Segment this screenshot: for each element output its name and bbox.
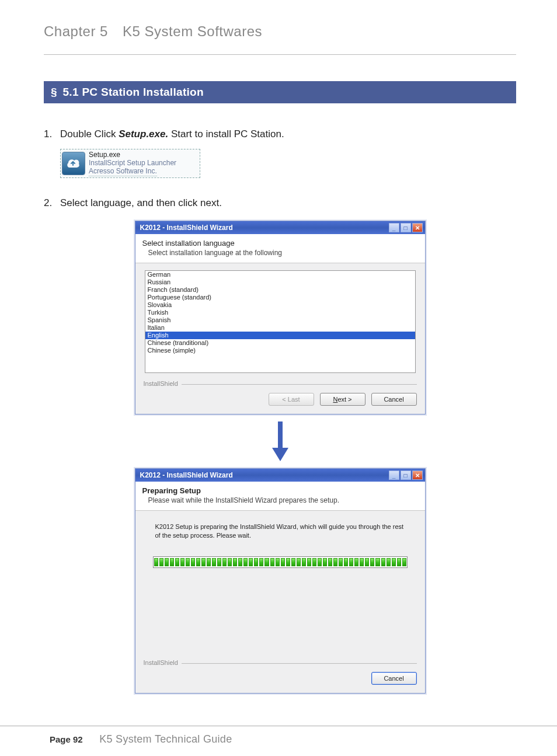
progress-segment: [323, 558, 327, 566]
dialog1-head: Select installation language Select inst…: [135, 234, 425, 263]
progress-segment: [286, 558, 290, 566]
progress-segment: [233, 558, 237, 566]
progress-segment: [238, 558, 242, 566]
progress-segment: [402, 558, 406, 566]
page-footer: Page 92 K5 System Technical Guide: [0, 726, 557, 756]
dialog1-heading: Select installation language: [142, 239, 418, 248]
progress-segment: [186, 558, 190, 566]
progress-segment: [375, 558, 380, 566]
language-option[interactable]: Turkish: [145, 309, 415, 316]
language-option[interactable]: German: [145, 271, 415, 278]
progress-segment: [207, 558, 211, 566]
section-banner: § 5.1 PC Station Installation: [44, 81, 516, 103]
chapter-header: Chapter 5 K5 System Softwares: [44, 23, 516, 40]
arrow-down-icon: [270, 421, 291, 462]
progress-segment: [312, 558, 316, 566]
step-1-text-pre: Double Click: [60, 128, 119, 140]
dialog1-titlebar[interactable]: K2012 - InstallShield Wizard _ □ ✕: [135, 221, 425, 234]
step-1: Double Click Setup.exe. Start to install…: [60, 127, 516, 178]
cancel-button[interactable]: Cancel: [371, 672, 417, 685]
progress-segment: [397, 558, 401, 566]
progress-segment: [302, 558, 306, 566]
cancel-button[interactable]: Cancel: [371, 393, 417, 406]
progress-segment: [387, 558, 391, 566]
step-1-text-post: Start to install PC Station.: [168, 128, 284, 140]
progress-segment: [196, 558, 200, 566]
language-option[interactable]: Chinese (tranditional): [145, 339, 415, 347]
maximize-button[interactable]: □: [401, 471, 411, 480]
step-2-text: Select language, and then click next.: [60, 197, 222, 208]
progress-segment: [392, 558, 396, 566]
preparing-dialog: K2012 - InstallShield Wizard _ □ ✕ Prepa…: [135, 468, 426, 694]
brand-label: InstallShield: [144, 380, 178, 387]
dialog1-brand: InstallShield: [144, 380, 417, 387]
dialog1-title: K2012 - InstallShield Wizard: [140, 224, 389, 232]
section-number: 5.1: [62, 86, 78, 98]
progress-bar: [153, 556, 408, 568]
language-option[interactable]: Italian: [145, 324, 415, 332]
header-rule: [44, 54, 516, 55]
progress-segment: [259, 558, 263, 566]
progress-segment: [344, 558, 348, 566]
progress-segment: [159, 558, 163, 566]
dialog2-titlebar[interactable]: K2012 - InstallShield Wizard _ □ ✕: [135, 469, 425, 482]
next-button[interactable]: Next >: [320, 393, 365, 406]
last-button: < Last: [269, 393, 314, 406]
step-2: Select language, and then click next.: [60, 196, 516, 211]
progress-segment: [381, 558, 385, 566]
progress-segment: [175, 558, 179, 566]
close-button[interactable]: ✕: [412, 223, 423, 232]
language-option[interactable]: Franch (standard): [145, 286, 415, 294]
language-option[interactable]: Slovakia: [145, 301, 415, 309]
language-option[interactable]: Portuguese (standard): [145, 294, 415, 301]
progress-segment: [212, 558, 216, 566]
setup-file-desc: InstallScript Setup Launcher: [89, 159, 176, 167]
page-number: Page 92: [50, 734, 83, 744]
maximize-button[interactable]: □: [401, 223, 411, 232]
chapter-title: K5 System Softwares: [123, 23, 262, 39]
dialog2-brand: InstallShield: [144, 659, 417, 666]
progress-segment: [328, 558, 332, 566]
language-option[interactable]: Spanish: [145, 316, 415, 324]
guide-title: K5 System Technical Guide: [99, 733, 232, 745]
progress-segment: [333, 558, 337, 566]
dialog2-title: K2012 - InstallShield Wizard: [140, 471, 389, 479]
minimize-button[interactable]: _: [389, 471, 399, 480]
progress-segment: [249, 558, 253, 566]
progress-segment: [180, 558, 184, 566]
progress-segment: [318, 558, 322, 566]
setup-file-text: Setup.exe InstallScript Setup Launcher A…: [89, 151, 176, 176]
brand-label: InstallShield: [144, 659, 178, 666]
progress-segment: [254, 558, 258, 566]
close-button[interactable]: ✕: [412, 471, 423, 480]
dialog2-head: Preparing Setup Please wait while the In…: [135, 482, 425, 511]
language-listbox[interactable]: GermanRussianFranch (standard)Portuguese…: [145, 270, 416, 373]
minimize-button[interactable]: _: [389, 223, 399, 232]
progress-segment: [365, 558, 369, 566]
setup-exe-icon: [62, 152, 85, 175]
progress-segment: [370, 558, 374, 566]
language-option[interactable]: Russian: [145, 278, 415, 286]
language-option[interactable]: English: [145, 332, 415, 339]
setup-file-row[interactable]: Setup.exe InstallScript Setup Launcher A…: [60, 149, 200, 178]
dialog2-heading: Preparing Setup: [142, 486, 418, 495]
chapter-number: Chapter 5: [44, 23, 108, 39]
setup-file-name: Setup.exe: [89, 151, 176, 159]
progress-segment: [154, 558, 158, 566]
dialog2-subheading: Please wait while the InstallShield Wiza…: [148, 496, 418, 504]
progress-segment: [360, 558, 364, 566]
progress-segment: [297, 558, 301, 566]
progress-segment: [201, 558, 206, 566]
progress-segment: [165, 558, 169, 566]
progress-segment: [349, 558, 353, 566]
svg-rect-0: [278, 421, 283, 448]
progress-segment: [270, 558, 274, 566]
dialog2-message: K2012 Setup is preparing the InstallShie…: [155, 522, 405, 540]
language-option[interactable]: Chinese (simple): [145, 347, 415, 354]
progress-segment: [170, 558, 174, 566]
progress-segment: [307, 558, 311, 566]
progress-segment: [291, 558, 295, 566]
setup-file-company: Acresso Software Inc.: [89, 167, 157, 176]
progress-segment: [276, 558, 280, 566]
section-title: PC Station Installation: [82, 86, 204, 98]
